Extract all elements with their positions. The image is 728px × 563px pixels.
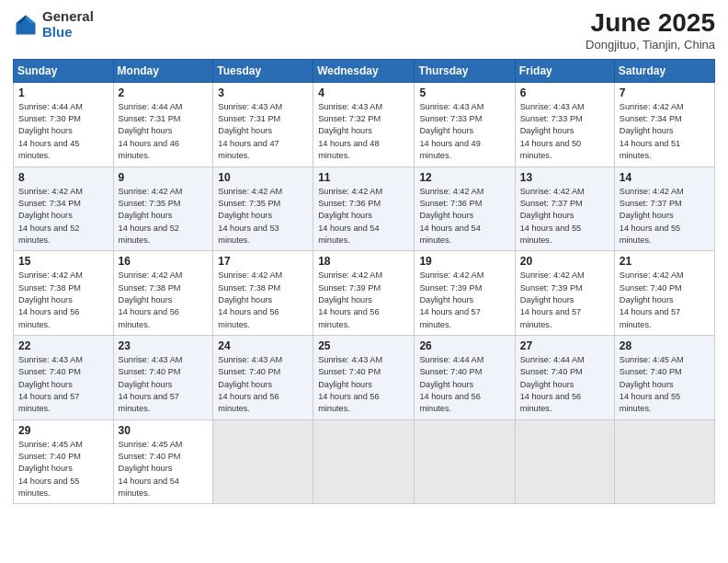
day-info: Sunrise: 4:43 AM Sunset: 7:40 PM Dayligh… xyxy=(18,354,108,416)
table-cell: 4 Sunrise: 4:43 AM Sunset: 7:32 PM Dayli… xyxy=(313,82,415,167)
day-number: 17 xyxy=(218,255,308,268)
day-number: 16 xyxy=(119,255,209,268)
table-cell: 12 Sunrise: 4:42 AM Sunset: 7:36 PM Dayl… xyxy=(415,167,515,251)
day-number: 10 xyxy=(218,171,308,184)
day-info: Sunrise: 4:42 AM Sunset: 7:38 PM Dayligh… xyxy=(18,270,108,331)
day-number: 30 xyxy=(119,424,209,437)
table-cell: 18 Sunrise: 4:42 AM Sunset: 7:39 PM Dayl… xyxy=(313,251,415,336)
calendar-row-1: 1 Sunrise: 4:44 AM Sunset: 7:30 PM Dayli… xyxy=(14,82,715,167)
table-cell: 3 Sunrise: 4:43 AM Sunset: 7:31 PM Dayli… xyxy=(213,82,313,167)
table-cell: 21 Sunrise: 4:42 AM Sunset: 7:40 PM Dayl… xyxy=(614,251,714,336)
table-cell xyxy=(415,419,515,504)
logo-icon xyxy=(13,12,39,38)
day-number: 1 xyxy=(18,86,108,99)
day-number: 7 xyxy=(620,86,710,99)
logo-text: General Blue xyxy=(42,9,94,40)
day-info: Sunrise: 4:42 AM Sunset: 7:40 PM Dayligh… xyxy=(620,270,710,331)
day-info: Sunrise: 4:43 AM Sunset: 7:40 PM Dayligh… xyxy=(318,354,409,416)
day-info: Sunrise: 4:42 AM Sunset: 7:38 PM Dayligh… xyxy=(119,270,209,331)
logo-general-text: General xyxy=(42,9,94,25)
table-cell: 7 Sunrise: 4:42 AM Sunset: 7:34 PM Dayli… xyxy=(614,82,714,167)
day-number: 15 xyxy=(18,255,108,268)
day-number: 9 xyxy=(119,171,209,184)
table-cell: 24 Sunrise: 4:43 AM Sunset: 7:40 PM Dayl… xyxy=(213,335,313,419)
table-cell: 15 Sunrise: 4:42 AM Sunset: 7:38 PM Dayl… xyxy=(14,251,114,336)
table-cell: 11 Sunrise: 4:42 AM Sunset: 7:36 PM Dayl… xyxy=(313,167,415,251)
day-info: Sunrise: 4:42 AM Sunset: 7:36 PM Dayligh… xyxy=(318,186,409,247)
day-info: Sunrise: 4:43 AM Sunset: 7:40 PM Dayligh… xyxy=(119,354,209,416)
day-info: Sunrise: 4:42 AM Sunset: 7:35 PM Dayligh… xyxy=(119,186,209,247)
table-cell: 6 Sunrise: 4:43 AM Sunset: 7:33 PM Dayli… xyxy=(515,82,614,167)
calendar-row-2: 8 Sunrise: 4:42 AM Sunset: 7:34 PM Dayli… xyxy=(14,167,715,251)
day-info: Sunrise: 4:44 AM Sunset: 7:31 PM Dayligh… xyxy=(119,101,209,163)
table-cell: 30 Sunrise: 4:45 AM Sunset: 7:40 PM Dayl… xyxy=(113,419,213,504)
title-block: June 2025 Dongjituo, Tianjin, China xyxy=(586,9,715,52)
table-cell: 17 Sunrise: 4:42 AM Sunset: 7:38 PM Dayl… xyxy=(213,251,313,336)
day-number: 28 xyxy=(620,339,710,352)
day-number: 23 xyxy=(119,339,209,352)
table-cell: 5 Sunrise: 4:43 AM Sunset: 7:33 PM Dayli… xyxy=(415,82,515,167)
day-number: 6 xyxy=(520,86,609,99)
day-number: 2 xyxy=(119,86,209,99)
header-friday: Friday xyxy=(515,59,614,82)
day-info: Sunrise: 4:42 AM Sunset: 7:34 PM Dayligh… xyxy=(18,186,108,247)
day-info: Sunrise: 4:43 AM Sunset: 7:33 PM Dayligh… xyxy=(520,101,609,163)
header-thursday: Thursday xyxy=(415,59,515,82)
table-cell: 22 Sunrise: 4:43 AM Sunset: 7:40 PM Dayl… xyxy=(14,335,114,419)
day-info: Sunrise: 4:42 AM Sunset: 7:39 PM Dayligh… xyxy=(318,270,409,331)
logo-blue-text: Blue xyxy=(42,25,94,40)
table-cell: 16 Sunrise: 4:42 AM Sunset: 7:38 PM Dayl… xyxy=(113,251,213,336)
day-number: 14 xyxy=(620,171,710,184)
table-cell: 14 Sunrise: 4:42 AM Sunset: 7:37 PM Dayl… xyxy=(614,167,714,251)
day-info: Sunrise: 4:43 AM Sunset: 7:40 PM Dayligh… xyxy=(218,354,308,416)
day-number: 4 xyxy=(318,86,409,99)
calendar-row-3: 15 Sunrise: 4:42 AM Sunset: 7:38 PM Dayl… xyxy=(14,251,715,336)
table-cell xyxy=(313,419,415,504)
calendar-table: Sunday Monday Tuesday Wednesday Thursday… xyxy=(13,59,715,505)
day-info: Sunrise: 4:43 AM Sunset: 7:32 PM Dayligh… xyxy=(318,101,409,163)
table-cell: 10 Sunrise: 4:42 AM Sunset: 7:35 PM Dayl… xyxy=(213,167,313,251)
day-number: 18 xyxy=(318,255,409,268)
table-cell: 9 Sunrise: 4:42 AM Sunset: 7:35 PM Dayli… xyxy=(113,167,213,251)
day-info: Sunrise: 4:42 AM Sunset: 7:38 PM Dayligh… xyxy=(218,270,308,331)
table-cell: 1 Sunrise: 4:44 AM Sunset: 7:30 PM Dayli… xyxy=(14,82,114,167)
day-number: 13 xyxy=(520,171,609,184)
header-tuesday: Tuesday xyxy=(213,59,313,82)
table-cell xyxy=(614,419,714,504)
day-info: Sunrise: 4:44 AM Sunset: 7:40 PM Dayligh… xyxy=(419,354,509,416)
calendar-header-row: Sunday Monday Tuesday Wednesday Thursday… xyxy=(14,59,715,82)
day-number: 27 xyxy=(520,339,609,352)
day-number: 5 xyxy=(419,86,509,99)
day-info: Sunrise: 4:45 AM Sunset: 7:40 PM Dayligh… xyxy=(18,439,108,500)
table-cell: 20 Sunrise: 4:42 AM Sunset: 7:39 PM Dayl… xyxy=(515,251,614,336)
day-info: Sunrise: 4:42 AM Sunset: 7:39 PM Dayligh… xyxy=(520,270,609,331)
page-header: General Blue June 2025 Dongjituo, Tianji… xyxy=(13,9,715,52)
day-number: 21 xyxy=(620,255,710,268)
day-number: 12 xyxy=(419,171,509,184)
day-number: 22 xyxy=(18,339,108,352)
day-info: Sunrise: 4:42 AM Sunset: 7:37 PM Dayligh… xyxy=(520,186,609,247)
logo: General Blue xyxy=(13,9,94,40)
day-number: 11 xyxy=(318,171,409,184)
table-cell: 23 Sunrise: 4:43 AM Sunset: 7:40 PM Dayl… xyxy=(113,335,213,419)
day-number: 3 xyxy=(218,86,308,99)
header-sunday: Sunday xyxy=(14,59,114,82)
calendar-row-5: 29 Sunrise: 4:45 AM Sunset: 7:40 PM Dayl… xyxy=(14,419,715,504)
day-number: 8 xyxy=(18,171,108,184)
table-cell: 28 Sunrise: 4:45 AM Sunset: 7:40 PM Dayl… xyxy=(614,335,714,419)
header-monday: Monday xyxy=(113,59,213,82)
day-number: 29 xyxy=(18,424,108,437)
table-cell: 27 Sunrise: 4:44 AM Sunset: 7:40 PM Dayl… xyxy=(515,335,614,419)
day-info: Sunrise: 4:42 AM Sunset: 7:39 PM Dayligh… xyxy=(419,270,509,331)
day-info: Sunrise: 4:43 AM Sunset: 7:31 PM Dayligh… xyxy=(218,101,308,163)
day-info: Sunrise: 4:45 AM Sunset: 7:40 PM Dayligh… xyxy=(620,354,710,416)
table-cell xyxy=(213,419,313,504)
day-info: Sunrise: 4:42 AM Sunset: 7:34 PM Dayligh… xyxy=(620,101,710,163)
table-cell: 13 Sunrise: 4:42 AM Sunset: 7:37 PM Dayl… xyxy=(515,167,614,251)
day-info: Sunrise: 4:45 AM Sunset: 7:40 PM Dayligh… xyxy=(119,439,209,500)
day-number: 24 xyxy=(218,339,308,352)
day-info: Sunrise: 4:42 AM Sunset: 7:35 PM Dayligh… xyxy=(218,186,308,247)
table-cell: 2 Sunrise: 4:44 AM Sunset: 7:31 PM Dayli… xyxy=(113,82,213,167)
day-info: Sunrise: 4:42 AM Sunset: 7:36 PM Dayligh… xyxy=(419,186,509,247)
month-title: June 2025 xyxy=(586,9,715,38)
